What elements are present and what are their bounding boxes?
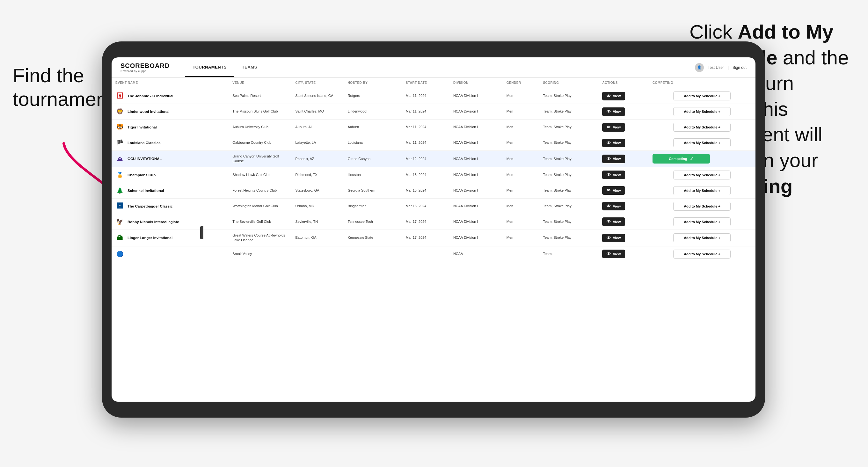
- start-date-cell: Mar 11, 2024: [402, 104, 450, 120]
- venue-cell: Oakbourne Country Club: [228, 135, 291, 151]
- tab-tournaments[interactable]: TOURNAMENTS: [185, 58, 234, 77]
- scoring-cell: Team, Stroke Play: [539, 214, 598, 229]
- hosted-by-cell: Binghamton: [344, 198, 402, 214]
- event-name-cell: 🅁 The Johnnie - O Individual: [112, 88, 228, 104]
- event-name-text: GCU INVITATIONAL: [127, 157, 162, 161]
- add-to-schedule-button[interactable]: Add to My Schedule +: [673, 138, 731, 147]
- event-name-text: Lindenwood Invitational: [127, 110, 169, 114]
- city-state-cell: Eatonton, GA: [291, 229, 344, 246]
- team-logo: 🦁: [115, 107, 124, 116]
- col-event-name: EVENT NAME: [112, 78, 228, 88]
- eye-icon: 👁: [607, 94, 611, 98]
- division-cell: NCAA Division I: [450, 167, 503, 183]
- event-name-cell: 🦁 Lindenwood Invitational: [112, 104, 228, 120]
- actions-cell: 👁 View: [598, 198, 648, 214]
- city-state-cell: Saint Charles, MO: [291, 104, 344, 120]
- competing-cell: Add to My Schedule +: [649, 88, 755, 104]
- venue-cell: Sea Palms Resort: [228, 88, 291, 104]
- add-to-schedule-button[interactable]: Add to My Schedule +: [673, 170, 731, 180]
- hosted-by-cell: Lindenwood: [344, 104, 402, 120]
- view-button[interactable]: 👁 View: [602, 155, 625, 163]
- view-button[interactable]: 👁 View: [602, 250, 625, 258]
- city-state-cell: [291, 246, 344, 262]
- gender-cell: Men: [503, 120, 539, 135]
- table-container: EVENT NAME VENUE CITY, STATE HOSTED BY S…: [112, 78, 755, 402]
- competing-cell: Add to My Schedule +: [649, 246, 755, 262]
- add-to-schedule-button[interactable]: Add to My Schedule +: [673, 123, 731, 132]
- tablet-side-button: [200, 226, 204, 239]
- event-name-cell: 🏅 Champions Cup: [112, 167, 228, 183]
- city-state-cell: Auburn, AL: [291, 120, 344, 135]
- hosted-by-cell: Louisiana: [344, 135, 402, 151]
- event-name-text: Schenkel Invitational: [127, 189, 164, 192]
- table-row: 🌲 Schenkel Invitational Forest Heights C…: [112, 183, 755, 198]
- view-button[interactable]: 👁 View: [602, 202, 625, 210]
- hosted-by-cell: Grand Canyon: [344, 151, 402, 167]
- competing-button[interactable]: Competing ✓: [652, 154, 710, 163]
- competing-cell: Add to My Schedule +: [649, 198, 755, 214]
- venue-cell: Forest Heights Country Club: [228, 183, 291, 198]
- add-to-schedule-button[interactable]: Add to My Schedule +: [673, 202, 731, 211]
- start-date-cell: Mar 16, 2024: [402, 198, 450, 214]
- scoring-cell: Team, Stroke Play: [539, 229, 598, 246]
- add-to-schedule-button[interactable]: Add to My Schedule +: [673, 250, 731, 258]
- view-button[interactable]: 👁 View: [602, 170, 625, 179]
- col-actions: ACTIONS: [598, 78, 648, 88]
- event-name-text: Tiger Invitational: [127, 125, 157, 129]
- team-logo: 🦅: [115, 217, 124, 226]
- add-to-schedule-button[interactable]: Add to My Schedule +: [673, 217, 731, 226]
- eye-icon: 👁: [607, 110, 611, 114]
- venue-cell: Shadow Hawk Golf Club: [228, 167, 291, 183]
- hosted-by-cell: Georgia Southern: [344, 183, 402, 198]
- actions-cell: 👁 View: [598, 151, 648, 167]
- start-date-cell: Mar 17, 2024: [402, 229, 450, 246]
- view-button[interactable]: 👁 View: [602, 234, 625, 242]
- add-to-schedule-button[interactable]: Add to My Schedule +: [673, 107, 731, 116]
- view-button[interactable]: 👁 View: [602, 92, 625, 100]
- checkmark-icon: ✓: [690, 156, 694, 161]
- add-to-schedule-button[interactable]: Add to My Schedule +: [673, 92, 731, 100]
- actions-cell: 👁 View: [598, 214, 648, 229]
- gender-cell: Men: [503, 135, 539, 151]
- event-name-cell: 🔵: [112, 246, 228, 262]
- view-button[interactable]: 👁 View: [602, 123, 625, 132]
- event-name-text: Champions Cup: [127, 173, 156, 177]
- tab-teams[interactable]: TEAMS: [234, 58, 265, 77]
- tablet-device: SCOREBOARD Powered by clippd TOURNAMENTS…: [102, 41, 765, 417]
- gender-cell: Men: [503, 198, 539, 214]
- team-logo: 🅱: [115, 202, 124, 211]
- actions-cell: 👁 View: [598, 246, 648, 262]
- signout-link[interactable]: Sign out: [733, 65, 747, 70]
- hosted-by-cell: Auburn: [344, 120, 402, 135]
- table-row: 🏅 Champions Cup Shadow Hawk Golf ClubRic…: [112, 167, 755, 183]
- division-cell: NCAA Division I: [450, 229, 503, 246]
- division-cell: NCAA Division I: [450, 151, 503, 167]
- col-city-state: CITY, STATE: [291, 78, 344, 88]
- scoring-cell: Team, Stroke Play: [539, 88, 598, 104]
- city-state-cell: Lafayette, LA: [291, 135, 344, 151]
- city-state-cell: Statesboro, GA: [291, 183, 344, 198]
- view-button[interactable]: 👁 View: [602, 186, 625, 195]
- venue-cell: Auburn University Club: [228, 120, 291, 135]
- scoring-cell: Team, Stroke Play: [539, 135, 598, 151]
- gender-cell: Men: [503, 167, 539, 183]
- eye-icon: 👁: [607, 157, 611, 161]
- event-name-text: The Carpetbagger Classic: [127, 204, 173, 208]
- view-button[interactable]: 👁 View: [602, 217, 625, 226]
- event-name-cell: 🦅 Bobby Nichols Intercollegiate: [112, 214, 228, 229]
- scoring-cell: Team, Stroke Play: [539, 167, 598, 183]
- city-state-cell: Urbana, MD: [291, 198, 344, 214]
- add-to-schedule-button[interactable]: Add to My Schedule +: [673, 234, 731, 242]
- eye-icon: 👁: [607, 251, 611, 256]
- col-hosted-by: HOSTED BY: [344, 78, 402, 88]
- eye-icon: 👁: [607, 141, 611, 145]
- add-to-schedule-button[interactable]: Add to My Schedule +: [673, 186, 731, 195]
- view-button[interactable]: 👁 View: [602, 107, 625, 116]
- col-scoring: SCORING: [539, 78, 598, 88]
- event-name-text: Louisiana Classics: [127, 141, 161, 145]
- eye-icon: 👁: [607, 236, 611, 240]
- event-name-cell: 🏔 Linger Longer Invitational: [112, 229, 228, 246]
- competing-cell: Add to My Schedule +: [649, 120, 755, 135]
- view-button[interactable]: 👁 View: [602, 139, 625, 147]
- col-venue: VENUE: [228, 78, 291, 88]
